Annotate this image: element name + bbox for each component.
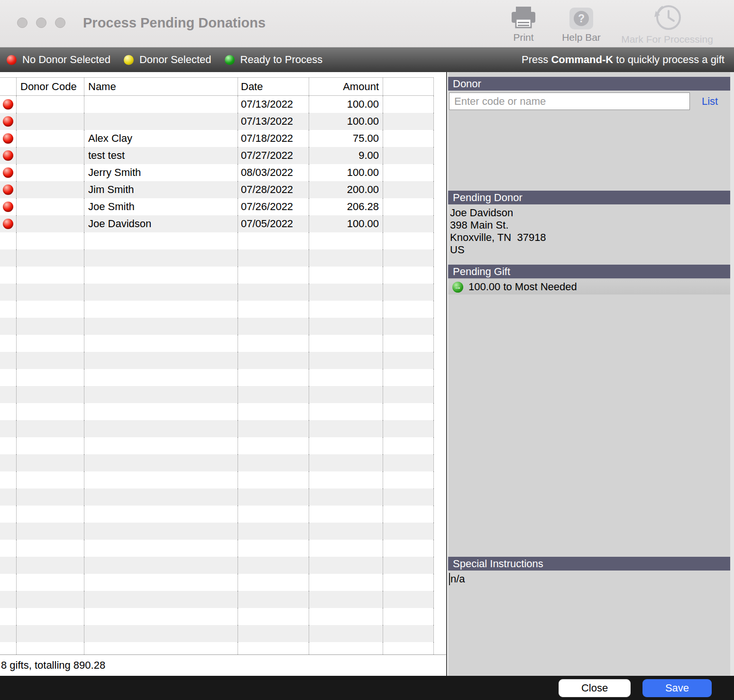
cell-donor-code — [17, 557, 84, 574]
address-line: Knoxville, TN 37918 — [450, 231, 546, 244]
save-button[interactable]: Save — [642, 679, 712, 697]
gift-table-empty-row — [0, 284, 434, 301]
red-status-dot-icon — [3, 99, 13, 110]
gift-table-empty-row — [0, 557, 434, 574]
cell-extra — [383, 574, 434, 591]
gift-table-row[interactable]: Jerry Smith08/03/2022100.00 — [0, 164, 434, 181]
gift-table-empty-row — [0, 403, 434, 420]
cell-donor-code — [17, 318, 84, 335]
cell-name — [84, 591, 238, 608]
cell-extra — [383, 232, 434, 249]
gift-table-row[interactable]: Alex Clay07/18/202275.00 — [0, 130, 434, 147]
cell-donor-code — [17, 454, 84, 471]
cell-extra — [383, 147, 434, 164]
mark-for-processing-button: Mark For Processing — [613, 2, 722, 45]
cell-amount: 100.00 — [309, 96, 383, 113]
column-header-name[interactable]: Name — [84, 78, 238, 95]
address-line: US — [450, 244, 546, 256]
gift-table-row[interactable]: test test07/27/20229.00 — [0, 147, 434, 164]
cell-name — [84, 284, 238, 301]
cell-extra — [383, 369, 434, 386]
gift-table-empty-row — [0, 369, 434, 386]
print-label: Print — [513, 32, 533, 43]
window-controls — [17, 18, 65, 28]
special-instructions-field[interactable]: n/a — [449, 573, 465, 585]
cell-donor-code — [17, 181, 84, 198]
cell-donor-code — [17, 267, 84, 284]
cell-amount — [309, 642, 383, 654]
cell-date — [238, 437, 309, 454]
text-cursor — [449, 573, 450, 585]
column-header-extra — [383, 78, 434, 95]
gift-table-empty-row — [0, 591, 434, 608]
legend-label: Ready to Process — [240, 54, 323, 66]
cell-status — [0, 420, 17, 437]
zoom-window-button[interactable] — [55, 18, 65, 28]
cell-name — [84, 403, 238, 420]
cell-amount: 75.00 — [309, 130, 383, 147]
cell-amount — [309, 437, 383, 454]
cell-amount — [309, 318, 383, 335]
donor-list-link[interactable]: List — [702, 95, 718, 108]
cell-extra — [383, 608, 434, 625]
donor-search-input[interactable] — [449, 92, 690, 110]
gift-table-row[interactable]: Joe Smith07/26/2022206.28 — [0, 198, 434, 215]
column-header-amount[interactable]: Amount — [309, 78, 383, 95]
cell-date — [238, 318, 309, 335]
close-window-button[interactable] — [17, 18, 28, 28]
cell-extra — [383, 420, 434, 437]
cell-status — [0, 488, 17, 506]
shortcut-key: Command-K — [551, 54, 613, 65]
cell-status — [0, 335, 17, 352]
cell-amount — [309, 386, 383, 403]
cell-name — [84, 301, 238, 318]
cell-extra — [383, 386, 434, 403]
cell-name — [84, 574, 238, 591]
column-header-donor-code[interactable]: Donor Code — [17, 78, 84, 95]
cell-status — [0, 506, 17, 523]
gift-table-empty-row — [0, 267, 434, 284]
legend-item-yellow: Donor Selected — [124, 54, 211, 66]
red-status-dot-icon — [3, 202, 13, 212]
legend-label: No Donor Selected — [22, 54, 110, 66]
cell-date: 07/13/2022 — [238, 96, 309, 113]
cell-donor-code — [17, 352, 84, 369]
close-button[interactable]: Close — [559, 679, 631, 697]
cell-donor-code — [17, 608, 84, 625]
help-bar-button[interactable]: ? Help Bar — [559, 8, 604, 43]
cell-donor-code — [17, 301, 84, 318]
bottom-action-bar: Close Save — [0, 676, 734, 700]
gift-table-empty-row — [0, 386, 434, 403]
pending-gift-item[interactable]: → 100.00 to Most Needed — [448, 279, 730, 295]
special-instructions-value: n/a — [450, 573, 465, 585]
cell-date — [238, 249, 309, 267]
cell-name — [84, 318, 238, 335]
minimize-window-button[interactable] — [36, 18, 46, 28]
cell-status — [0, 130, 17, 147]
gift-table-row[interactable]: Jim Smith07/28/2022200.00 — [0, 181, 434, 198]
cell-donor-code — [17, 96, 84, 113]
cell-amount — [309, 506, 383, 523]
column-header-date[interactable]: Date — [238, 78, 309, 95]
cell-date: 08/03/2022 — [238, 164, 309, 181]
gift-table-row[interactable]: 07/13/2022100.00 — [0, 113, 434, 130]
cell-status — [0, 96, 17, 113]
cell-donor-code — [17, 130, 84, 147]
cell-name — [84, 471, 238, 488]
gift-table-row[interactable]: Joe Davidson07/05/2022100.00 — [0, 215, 434, 232]
cell-date — [238, 557, 309, 574]
donor-section-title: Donor — [453, 78, 481, 90]
cell-amount: 100.00 — [309, 164, 383, 181]
cell-name — [84, 540, 238, 557]
cell-name — [84, 625, 238, 642]
cell-amount — [309, 523, 383, 540]
cell-name: Joe Smith — [84, 198, 238, 215]
cell-status — [0, 625, 17, 642]
cell-donor-code — [17, 437, 84, 454]
cell-status — [0, 113, 17, 130]
gift-table-row[interactable]: 07/13/2022100.00 — [0, 96, 434, 113]
cell-amount — [309, 249, 383, 267]
pending-gift-section-header: Pending Gift — [448, 265, 730, 278]
print-button[interactable]: Print — [502, 6, 545, 43]
legend-item-green: Ready to Process — [225, 54, 323, 66]
